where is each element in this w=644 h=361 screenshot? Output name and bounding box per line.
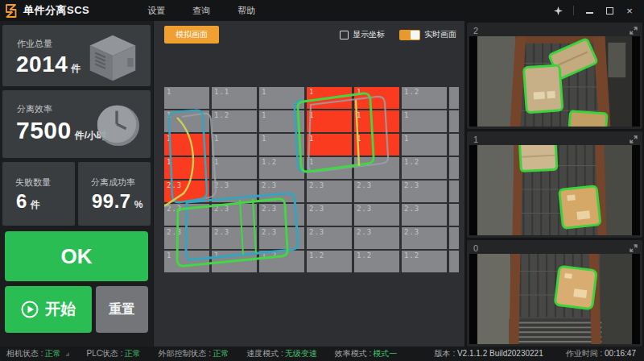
grid-cell: 1.2 — [354, 251, 399, 272]
grid-cell: 2.3 — [354, 180, 399, 202]
grid-cell: 2.3 — [402, 204, 447, 226]
reset-button[interactable]: 重置 — [96, 286, 148, 333]
camera-status-dropdown-icon[interactable] — [65, 352, 69, 356]
menu-item-0[interactable]: 设置 — [147, 5, 165, 17]
grid-cell: 1 — [259, 134, 304, 156]
camera-photo — [469, 254, 640, 344]
stat-value: 6件 — [2, 190, 75, 213]
grid-cell: 1.2 — [259, 251, 304, 272]
status-items: 相机状态 : 正常PLC状态 : 正常外部控制状态 : 正常速度模式 : 无级变… — [6, 348, 415, 359]
grid-cell: 2.3 — [212, 204, 257, 226]
expand-icon[interactable] — [630, 244, 640, 252]
live-view-label: 实时画面 — [424, 29, 456, 40]
stat-half-row: 失败数量 6件 分离成功率 99.7% — [2, 162, 151, 226]
grid-cell: 2.3 — [259, 180, 304, 202]
grid-cell: 1 — [354, 110, 399, 132]
status-bar: 相机状态 : 正常PLC状态 : 正常外部控制状态 : 正常速度模式 : 无级变… — [0, 346, 644, 361]
simulation-header: 模拟画面 显示坐标 实时画面 — [154, 21, 464, 45]
grid-cell: 1 — [307, 134, 352, 156]
stat-label: 失败数量 — [2, 162, 75, 190]
camera-panel-2: 2 — [467, 23, 642, 129]
clock-icon — [94, 102, 141, 148]
grid-cell: 2.3 — [354, 227, 399, 249]
live-view-toggle[interactable] — [399, 30, 420, 40]
grid-cell — [449, 110, 459, 132]
show-coords-label: 显示坐标 — [353, 29, 385, 40]
grid-cell — [449, 204, 459, 226]
expand-icon[interactable] — [630, 27, 640, 35]
menu-item-2[interactable]: 帮助 — [237, 5, 255, 17]
grid-cell: 2.3 — [164, 227, 209, 249]
start-button[interactable]: 开始 — [5, 286, 92, 333]
stats-sidebar: 作业总量 2014件 分离效率 7500 — [0, 21, 153, 346]
grid-cell: 1.2 — [402, 157, 447, 179]
play-icon — [21, 301, 39, 318]
grid-cell: 1 — [212, 251, 257, 272]
simulation-panel: 模拟画面 显示坐标 实时画面 11.11111.211.211111111111… — [154, 21, 464, 346]
sim-view-button[interactable]: 模拟画面 — [164, 26, 219, 44]
stat-card-success-rate: 分离成功率 99.7% — [78, 162, 151, 226]
status-item-3: 速度模式 : 无级变速 — [246, 348, 317, 359]
grid-cell: 1 — [164, 157, 209, 179]
stat-value: 99.7% — [78, 190, 151, 213]
grid-cell: 2.3 — [307, 204, 352, 226]
camera-id-label: 2 — [469, 26, 478, 35]
close-button[interactable]: × — [623, 4, 636, 17]
stat-label: 分离成功率 — [78, 162, 151, 190]
grid-cell: 2.3 — [402, 227, 447, 249]
grid-cell: 1 — [354, 134, 399, 156]
menu-item-1[interactable]: 查询 — [192, 5, 210, 17]
grid-cell: 1 — [402, 110, 447, 132]
grid-cell: 2.3 — [354, 204, 399, 226]
grid-cell: 1.2 — [402, 251, 447, 272]
camera-column: 2 — [464, 21, 644, 346]
camera-id-label: 1 — [469, 135, 478, 144]
start-button-label: 开始 — [45, 299, 76, 320]
show-coords-checkbox[interactable] — [340, 31, 349, 39]
grid-cell: 1 — [354, 87, 399, 109]
status-item-1: PLC状态 : 正常 — [87, 348, 141, 359]
separation-grid: 11.11111.211.21111111111111.2111.22.32.3… — [164, 87, 459, 274]
title-bar: 单件分离SCS 设置查询帮助 × — [0, 0, 644, 21]
grid-cell: 1 — [164, 110, 209, 132]
camera-photo — [469, 36, 640, 127]
grid-cell: 2.3 — [307, 180, 352, 202]
show-coords-control[interactable]: 显示坐标 — [340, 29, 385, 40]
grid-cell: 1.2 — [402, 87, 447, 109]
app-title: 单件分离SCS — [23, 3, 89, 18]
expand-icon[interactable] — [630, 135, 640, 143]
app-logo-icon — [5, 4, 19, 18]
grid-cell: 1 — [164, 87, 209, 109]
maximize-button[interactable] — [603, 4, 616, 17]
grid-cell: 2.3 — [307, 227, 352, 249]
version-info: 版本 : V2.1.1.2 Build20230221 — [435, 348, 543, 359]
grid-cell: 1 — [212, 157, 257, 179]
menu-bar: 设置查询帮助 — [147, 5, 255, 17]
grid-cell: 2.3 — [259, 227, 304, 249]
live-view-control[interactable]: 实时画面 — [399, 29, 456, 40]
minimize-button[interactable] — [583, 4, 596, 17]
ok-button[interactable]: OK — [5, 231, 148, 281]
window-controls-divider — [573, 6, 574, 15]
stat-card-total-jobs: 作业总量 2014件 — [2, 25, 151, 86]
camera-id-label: 0 — [469, 243, 478, 253]
grid-cell: 2.3 — [212, 227, 257, 249]
box-icon — [86, 33, 139, 83]
grid-cell: 1 — [164, 251, 209, 272]
pin-icon[interactable] — [551, 4, 564, 17]
grid-cell: 1.2 — [307, 251, 352, 272]
status-item-0: 相机状态 : 正常 — [6, 348, 69, 359]
grid-cell: 1 — [164, 134, 209, 156]
grid-cell: 1.2 — [212, 110, 257, 132]
stat-card-failures: 失败数量 6件 — [2, 162, 75, 226]
status-item-4: 效率模式 : 模式一 — [335, 348, 398, 359]
grid-cell — [449, 87, 459, 109]
grid-cell — [449, 157, 459, 179]
action-buttons-row: 开始 重置 — [5, 286, 148, 333]
job-time: 作业时间 : 00:16:47 — [566, 348, 636, 359]
grid-cell — [449, 227, 459, 249]
grid-cell: 1 — [259, 110, 304, 132]
grid-cell: 1.1 — [212, 87, 257, 109]
camera-photo — [469, 145, 640, 235]
grid-cell: 1 — [402, 134, 447, 156]
